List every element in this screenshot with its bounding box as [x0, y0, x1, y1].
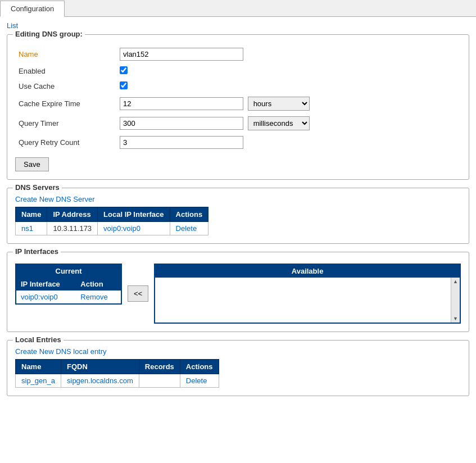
query-timer-label: Query Timer — [15, 114, 116, 133]
editing-dns-legend: Editing DNS group: — [13, 30, 85, 38]
save-button[interactable]: Save — [15, 157, 49, 171]
query-timer-unit-select[interactable]: milliseconds seconds — [248, 116, 310, 130]
le-col-name: Name — [16, 360, 61, 374]
ip-interfaces-legend: IP Interfaces — [13, 247, 61, 256]
le-fqdn-0: sipgen.localdns.com — [61, 374, 139, 388]
dns-servers-section: DNS Servers Create New DNS Server Name I… — [7, 188, 469, 244]
le-action-0: Delete — [180, 374, 219, 388]
ip-interfaces-section: IP Interfaces Current IP Interface Actio… — [7, 252, 469, 332]
query-timer-cell: milliseconds seconds — [116, 114, 461, 133]
le-col-fqdn: FQDN — [61, 360, 139, 374]
use-cache-row: Use Cache — [15, 79, 461, 94]
cache-expire-label: Cache Expire Time — [15, 94, 116, 114]
dns-server-local-ip-0: voip0:voip0 — [98, 222, 170, 235]
name-input[interactable] — [120, 48, 243, 61]
use-cache-checkbox[interactable] — [120, 81, 128, 89]
enabled-row: Enabled — [15, 63, 461, 79]
ip-current-interface-0: voip0:voip0 — [16, 290, 76, 303]
editing-dns-form: Name Enabled Use Cache Cache Expire Time — [15, 45, 461, 152]
dns-servers-table: Name IP Address Local IP Interface Actio… — [15, 207, 208, 235]
local-entries-section: Local Entries Create New DNS local entry… — [7, 340, 469, 396]
col-ip-address: IP Address — [47, 207, 98, 222]
col-local-ip: Local IP Interface — [98, 207, 170, 222]
ip-available-box: Available ▲ ▼ — [154, 264, 461, 324]
ip-current-header-row: IP Interface Action — [16, 278, 121, 290]
scroll-up-arrow[interactable]: ▲ — [453, 279, 458, 284]
col-actions: Actions — [170, 207, 208, 222]
local-entry-row-0: sip_gen_a sipgen.localdns.com Delete — [16, 374, 219, 388]
name-label: Name — [15, 45, 116, 63]
dns-server-local-ip-link-0[interactable]: voip0:voip0 — [103, 224, 140, 233]
query-timer-row: Query Timer milliseconds seconds — [15, 114, 461, 133]
le-delete-link-0[interactable]: Delete — [186, 376, 207, 385]
create-dns-server-link[interactable]: Create New DNS Server — [15, 195, 95, 203]
le-name-0: sip_gen_a — [16, 374, 61, 388]
ip-current-interface-link-0[interactable]: voip0:voip0 — [21, 293, 58, 301]
query-timer-input[interactable] — [120, 117, 243, 130]
local-entries-header-row: Name FQDN Records Actions — [16, 360, 219, 374]
ip-current-header: Current — [16, 265, 121, 278]
page-content: List Editing DNS group: Name Enabled Use… — [0, 17, 476, 408]
dns-server-delete-link-0[interactable]: Delete — [176, 224, 197, 233]
scroll-down-arrow[interactable]: ▼ — [453, 316, 458, 321]
ip-current-row-0: voip0:voip0 Remove — [16, 290, 121, 303]
enabled-checkbox[interactable] — [120, 66, 128, 74]
editing-dns-section: Editing DNS group: Name Enabled Use Cach… — [7, 34, 469, 180]
enabled-label: Enabled — [15, 63, 116, 79]
cache-expire-row: Cache Expire Time hours minutes seconds — [15, 94, 461, 114]
col-name: Name — [16, 207, 47, 222]
dns-server-name-0: ns1 — [16, 222, 47, 235]
local-entries-legend: Local Entries — [13, 335, 64, 344]
ip-current-table: IP Interface Action voip0:voip0 Remove — [16, 278, 121, 303]
query-retry-input[interactable] — [120, 136, 243, 149]
ip-current-col-interface: IP Interface — [16, 278, 76, 290]
le-col-records: Records — [139, 360, 180, 374]
name-row: Name — [15, 45, 461, 63]
ip-available-list: ▲ ▼ — [155, 278, 460, 323]
le-fqdn-link-0[interactable]: sipgen.localdns.com — [67, 376, 133, 385]
tab-configuration[interactable]: Configuration — [0, 1, 65, 17]
ip-current-remove-link-0[interactable]: Remove — [80, 293, 107, 301]
cache-expire-unit-select[interactable]: hours minutes seconds — [248, 97, 310, 111]
cache-expire-input[interactable] — [120, 97, 243, 110]
name-value-cell — [116, 45, 461, 63]
ip-available-header: Available — [155, 265, 460, 278]
local-entries-table: Name FQDN Records Actions sip_gen_a sipg… — [15, 359, 219, 388]
dns-server-row-0: ns1 10.3.11.173 voip0:voip0 Delete — [16, 222, 208, 235]
dns-server-ip-0: 10.3.11.173 — [47, 222, 98, 235]
query-retry-row: Query Retry Count — [15, 133, 461, 152]
ip-current-col-action: Action — [76, 278, 121, 290]
query-retry-label: Query Retry Count — [15, 133, 116, 152]
ip-current-box: Current IP Interface Action voip0:voip0 … — [15, 264, 122, 305]
dns-servers-legend: DNS Servers — [13, 183, 62, 192]
ip-available-scrollbar: ▲ ▼ — [451, 278, 460, 323]
create-local-entry-link[interactable]: Create New DNS local entry — [15, 347, 107, 356]
ip-current-action-0: Remove — [76, 290, 121, 303]
enabled-checkbox-cell — [116, 63, 461, 79]
tab-bar: Configuration — [0, 0, 476, 17]
le-records-0 — [139, 374, 180, 388]
ip-interfaces-layout: Current IP Interface Action voip0:voip0 … — [15, 264, 461, 324]
dns-server-action-0: Delete — [170, 222, 208, 235]
use-cache-label: Use Cache — [15, 79, 116, 94]
le-name-link-0[interactable]: sip_gen_a — [21, 376, 55, 385]
le-col-actions: Actions — [180, 360, 219, 374]
dns-server-name-link-0[interactable]: ns1 — [21, 224, 33, 233]
cache-expire-cell: hours minutes seconds — [116, 94, 461, 114]
list-link[interactable]: List — [7, 21, 18, 30]
move-left-button[interactable]: << — [128, 285, 148, 302]
query-retry-cell — [116, 133, 461, 152]
dns-servers-header-row: Name IP Address Local IP Interface Actio… — [16, 207, 208, 222]
use-cache-checkbox-cell — [116, 79, 461, 94]
